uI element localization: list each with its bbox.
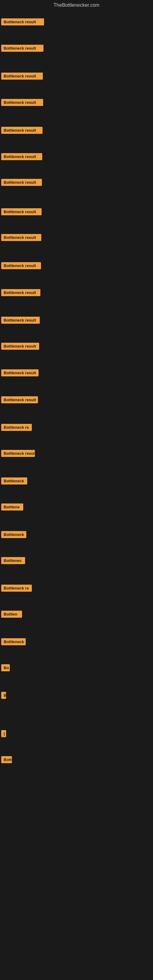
bottleneck-label[interactable]: Bottleneck result (1, 234, 41, 241)
bottleneck-row: Bottleneck result (1, 208, 41, 216)
bottleneck-label[interactable]: Bottleneck result (1, 369, 38, 376)
bottleneck-label[interactable]: Bottleneck result (1, 208, 41, 215)
bottleneck-row: Bottleneck result (1, 99, 43, 107)
bottleneck-label[interactable]: Bottleneck result (1, 45, 43, 52)
bottleneck-row: Bott (1, 756, 12, 764)
bottleneck-row: Bottleneck result (1, 396, 38, 404)
bottleneck-label[interactable]: Bottlene (1, 503, 23, 511)
bottleneck-row: Bottleneck result (1, 289, 40, 298)
bottleneck-row: Bottleneck result (1, 317, 40, 325)
bottleneck-label[interactable]: Bottleneck result (1, 99, 43, 106)
bottleneck-row: Bottleneck (1, 638, 26, 646)
bottleneck-label[interactable]: Bottleneck result (1, 396, 38, 403)
bottleneck-label[interactable]: Bottleneck result (1, 73, 43, 80)
bottleneck-row: Bottlen (1, 611, 22, 619)
bottleneck-row: Bottleneck result (1, 369, 38, 378)
bottleneck-label[interactable]: Bott (1, 756, 12, 763)
bottleneck-label[interactable]: Bottleneck (1, 477, 27, 485)
bottleneck-row: Bottleneck result (1, 179, 42, 187)
bottleneck-label[interactable]: Bottleneck result (1, 18, 44, 25)
bottleneck-row: | (1, 730, 6, 738)
bottleneck-row: Bottleneck result (1, 45, 43, 53)
bottleneck-row: Bottleneck resul (1, 450, 35, 458)
site-title: TheBottlenecker.com (0, 0, 153, 10)
bottleneck-label[interactable]: Bottleneck (1, 531, 26, 538)
bottleneck-label[interactable]: Bottleneck re (1, 585, 32, 592)
bottleneck-row: B (1, 692, 6, 700)
bottleneck-row: Bottleneck re (1, 424, 32, 432)
bottleneck-label[interactable]: Bottleneck result (1, 343, 39, 350)
bottleneck-label[interactable]: Bottleneck result (1, 127, 43, 134)
bottleneck-label[interactable]: Bottleneck result (1, 153, 42, 160)
bottleneck-row: Bottleneck result (1, 234, 41, 242)
bottleneck-label[interactable]: Bo (1, 664, 10, 671)
bottleneck-label[interactable]: | (1, 730, 6, 737)
bottleneck-row: Bottlene (1, 503, 23, 512)
bottleneck-row: Bottleneck result (1, 73, 43, 81)
bottleneck-label[interactable]: Bottleneck (1, 638, 26, 645)
bottleneck-label[interactable]: Bottleneck result (1, 317, 40, 324)
bottleneck-row: Bottleneck result (1, 262, 41, 270)
bottleneck-label[interactable]: Bottlenec (1, 557, 25, 564)
bottleneck-row: Bo (1, 664, 10, 673)
bottleneck-label[interactable]: B (1, 692, 6, 699)
bottleneck-row: Bottleneck (1, 477, 27, 486)
bottleneck-row: Bottleneck result (1, 343, 39, 351)
bottleneck-label[interactable]: Bottleneck resul (1, 450, 35, 457)
bottleneck-label[interactable]: Bottleneck result (1, 262, 41, 269)
bottleneck-row: Bottleneck result (1, 153, 42, 161)
bottleneck-row: Bottlenec (1, 557, 25, 565)
bottleneck-row: Bottleneck result (1, 127, 43, 135)
bottleneck-label[interactable]: Bottlen (1, 611, 22, 618)
bottleneck-label[interactable]: Bottleneck re (1, 424, 32, 431)
bottleneck-row: Bottleneck re (1, 585, 32, 593)
bottleneck-label[interactable]: Bottleneck result (1, 179, 42, 186)
bottleneck-label[interactable]: Bottleneck result (1, 289, 40, 296)
bottleneck-row: Bottleneck result (1, 18, 44, 27)
bottleneck-row: Bottleneck (1, 531, 26, 539)
